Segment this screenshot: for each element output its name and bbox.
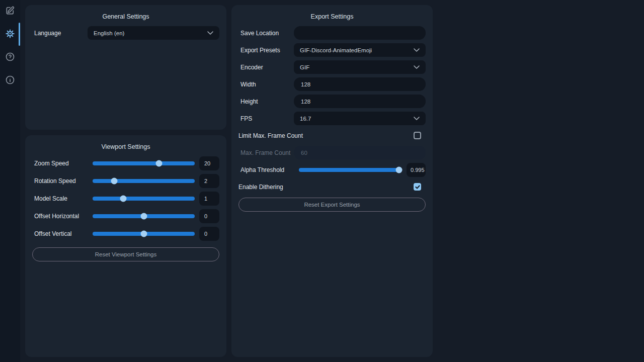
chevron-down-icon	[414, 48, 420, 52]
export-settings-panel: Export Settings Save Location Export Pre…	[231, 5, 433, 357]
chevron-down-icon	[414, 117, 420, 120]
sidebar-item-settings[interactable]	[5, 29, 15, 39]
encoder-row: Encoder GIF	[238, 60, 426, 74]
alpha-threshold-value: 0.995	[407, 163, 426, 177]
fps-label: FPS	[238, 115, 294, 122]
export-presets-row: Export Presets GIF-Discord-AnimatedEmoji	[238, 43, 426, 57]
max-frame-count-label: Max. Frame Count	[238, 149, 294, 156]
export-presets-select[interactable]: GIF-Discord-AnimatedEmoji	[294, 43, 426, 57]
slider-track	[93, 197, 195, 201]
language-select[interactable]: English (en)	[88, 26, 219, 40]
reset-viewport-settings-button[interactable]: Reset Viewport Settings	[32, 247, 219, 261]
info-circle-icon	[5, 75, 15, 85]
slider-track	[299, 168, 402, 172]
offset-vertical-label: Offset Vertical	[32, 230, 93, 237]
offset-vertical-row: Offset Vertical 0	[32, 227, 219, 241]
general-settings-panel: General Settings Language English (en)	[25, 5, 226, 130]
slider-thumb[interactable]	[120, 196, 126, 202]
offset-vertical-value: 0	[199, 227, 219, 241]
max-frame-count-row: Max. Frame Count	[238, 146, 426, 159]
model-scale-row: Model Scale 1	[32, 192, 219, 206]
width-input[interactable]	[294, 77, 426, 91]
offset-horizontal-value: 0	[199, 209, 219, 223]
height-row: Height	[238, 95, 426, 108]
width-label: Width	[238, 81, 294, 88]
panel-title: Export Settings	[238, 14, 426, 20]
sidebar-item-help[interactable]	[5, 52, 15, 62]
slider-thumb[interactable]	[140, 231, 147, 237]
enable-dithering-checkbox[interactable]	[414, 183, 421, 191]
fps-value: 16.7	[300, 116, 311, 122]
fps-row: FPS 16.7	[238, 112, 426, 125]
slider-track	[93, 161, 195, 165]
rotation-speed-label: Rotation Speed	[32, 177, 93, 185]
question-circle-icon	[5, 52, 15, 62]
panel-title: General Settings	[32, 14, 219, 20]
language-label: Language	[32, 30, 88, 37]
slider-thumb[interactable]	[111, 178, 117, 185]
limit-max-frame-count-checkbox[interactable]	[414, 132, 421, 139]
limit-max-frame-count-label: Limit Max. Frame Count	[238, 132, 303, 139]
limit-max-frame-count-row: Limit Max. Frame Count	[238, 129, 426, 142]
enable-dithering-row: Enable Dithering	[238, 180, 426, 194]
language-select-value: English (en)	[94, 30, 124, 36]
sidebar	[0, 0, 20, 362]
model-scale-label: Model Scale	[32, 195, 93, 202]
reset-export-settings-button[interactable]: Reset Export Settings	[238, 198, 426, 212]
slider-thumb[interactable]	[395, 166, 402, 173]
export-presets-label: Export Presets	[238, 47, 294, 54]
check-icon	[415, 185, 420, 190]
height-input[interactable]	[294, 95, 426, 108]
zoom-speed-slider[interactable]	[93, 156, 195, 170]
save-location-row: Save Location	[238, 26, 426, 40]
slider-thumb[interactable]	[155, 160, 162, 167]
zoom-speed-label: Zoom Speed	[32, 160, 93, 167]
offset-horizontal-slider[interactable]	[93, 209, 195, 223]
zoom-speed-value: 20	[199, 156, 219, 170]
model-scale-slider[interactable]	[93, 192, 195, 206]
offset-horizontal-row: Offset Horizontal 0	[32, 209, 219, 223]
sidebar-item-about[interactable]	[5, 75, 15, 85]
save-location-label: Save Location	[238, 30, 294, 37]
gear-icon	[5, 29, 15, 39]
rotation-speed-value: 2	[199, 174, 219, 188]
chevron-down-icon	[207, 31, 213, 35]
encoder-value: GIF	[300, 64, 309, 70]
alpha-threshold-row: Alpha Threshold 0.995	[238, 163, 426, 176]
width-row: Width	[238, 77, 426, 91]
rotation-speed-row: Rotation Speed 2	[32, 174, 219, 188]
panel-title: Viewport Settings	[32, 144, 219, 150]
fps-select[interactable]: 16.7	[294, 112, 426, 125]
export-presets-value: GIF-Discord-AnimatedEmoji	[300, 47, 372, 53]
max-frame-count-input	[294, 146, 426, 159]
language-row: Language English (en)	[32, 26, 219, 40]
active-nav-indicator	[19, 23, 20, 46]
offset-horizontal-label: Offset Horizontal	[32, 213, 93, 220]
save-location-input[interactable]	[294, 26, 426, 40]
alpha-threshold-slider[interactable]	[299, 163, 402, 176]
model-scale-value: 1	[199, 192, 219, 206]
slider-track	[93, 179, 195, 183]
zoom-speed-row: Zoom Speed 20	[32, 156, 219, 170]
sidebar-item-edit[interactable]	[5, 6, 15, 16]
slider-thumb[interactable]	[140, 213, 147, 220]
viewport-settings-panel: Viewport Settings Zoom Speed 20 Rotation…	[25, 135, 226, 357]
chevron-down-icon	[414, 65, 420, 69]
height-label: Height	[238, 98, 294, 105]
rotation-speed-slider[interactable]	[93, 174, 195, 188]
alpha-threshold-label: Alpha Threshold	[238, 166, 299, 173]
enable-dithering-label: Enable Dithering	[238, 184, 283, 191]
encoder-select[interactable]: GIF	[294, 60, 426, 74]
pencil-square-icon	[5, 6, 15, 16]
offset-vertical-slider[interactable]	[93, 227, 195, 241]
encoder-label: Encoder	[238, 64, 294, 71]
